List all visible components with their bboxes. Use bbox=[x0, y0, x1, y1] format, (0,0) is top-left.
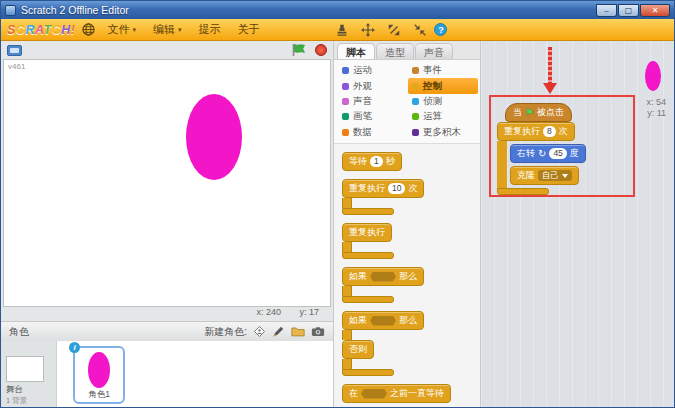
upload-folder-icon[interactable] bbox=[291, 326, 305, 337]
version-label: v461 bbox=[8, 62, 25, 71]
scripts-pane[interactable]: x: 54 y: 11 当 ⚑ 被点击 重复执行 8 次 右转 bbox=[481, 41, 674, 408]
category-数据[interactable]: 数据 bbox=[338, 125, 408, 140]
stop-button[interactable] bbox=[315, 44, 327, 56]
category-外观[interactable]: 外观 bbox=[338, 78, 408, 93]
palette-block[interactable]: 等待1秒 bbox=[342, 152, 480, 171]
block-label: 之前一直等待 bbox=[390, 387, 444, 400]
clone-target-dropdown[interactable]: 自己 bbox=[538, 170, 572, 181]
sprite-name-label: 角色1 bbox=[75, 389, 123, 401]
when-flag-clicked-block[interactable]: 当 ⚑ 被点击 bbox=[505, 103, 572, 122]
block-foot bbox=[342, 369, 394, 376]
category-运算[interactable]: 运算 bbox=[408, 109, 478, 124]
cursor-toolbar bbox=[335, 23, 427, 37]
block-label: 那么 bbox=[399, 314, 417, 327]
script-stack[interactable]: 当 ⚑ 被点击 重复执行 8 次 右转 ↻ 45 度 bbox=[497, 103, 586, 195]
tab-sounds[interactable]: 声音 bbox=[415, 43, 453, 59]
number-input[interactable]: 10 bbox=[388, 183, 405, 194]
titlebar: Scratch 2 Offline Editor – ▢ ✕ bbox=[1, 1, 674, 19]
category-color-swatch bbox=[342, 67, 349, 74]
palette-block[interactable]: 如果那么否则 bbox=[342, 311, 480, 376]
repeat-count-input[interactable]: 8 bbox=[543, 126, 556, 137]
green-flag-button[interactable] bbox=[291, 43, 307, 57]
repeat-block-foot bbox=[497, 188, 549, 195]
category-事件[interactable]: 事件 bbox=[408, 63, 478, 78]
category-侦测[interactable]: 侦测 bbox=[408, 94, 478, 109]
grow-icon[interactable] bbox=[387, 23, 401, 37]
shrink-icon[interactable] bbox=[413, 23, 427, 37]
sprite-x-readout: x: 54 bbox=[632, 97, 666, 107]
category-color-swatch bbox=[412, 98, 419, 105]
window-controls: – ▢ ✕ bbox=[596, 4, 670, 17]
menu-about[interactable]: 关于 bbox=[232, 21, 264, 38]
tab-scripts[interactable]: 脚本 bbox=[337, 43, 375, 59]
menubar: SCRATCH! 文件 ▾ 编辑 ▾ 提示 关于 bbox=[1, 19, 674, 41]
block-row: 重复执行 bbox=[342, 223, 392, 242]
menu-edit[interactable]: 编辑 ▾ bbox=[148, 21, 187, 38]
block-arm bbox=[342, 242, 352, 252]
palette-block[interactable]: 在之前一直等待 bbox=[342, 384, 480, 403]
presentation-mode-icon[interactable] bbox=[7, 45, 22, 56]
block-arm bbox=[342, 198, 352, 208]
block-palette: 等待1秒重复执行10次重复执行如果那么如果那么否则在之前一直等待重复执行直到 bbox=[334, 144, 480, 408]
repeat-block-header[interactable]: 重复执行 8 次 bbox=[497, 122, 575, 141]
turn-degrees-input[interactable]: 45 bbox=[549, 148, 566, 159]
category-声音[interactable]: 声音 bbox=[338, 94, 408, 109]
stage-thumbnail[interactable] bbox=[6, 356, 44, 382]
boolean-slot[interactable] bbox=[370, 316, 396, 326]
turn-right-block[interactable]: 右转 ↻ 45 度 bbox=[510, 144, 586, 163]
language-globe-icon[interactable] bbox=[82, 23, 95, 36]
tab-costumes[interactable]: 造型 bbox=[376, 43, 414, 59]
block-label: 重复执行 bbox=[504, 125, 540, 138]
category-控制[interactable]: 控制 bbox=[408, 78, 478, 93]
close-button[interactable]: ✕ bbox=[640, 4, 670, 17]
palette-block[interactable]: 如果那么 bbox=[342, 267, 480, 303]
block-label: 被点击 bbox=[537, 106, 564, 119]
boolean-slot[interactable] bbox=[361, 389, 387, 399]
annotation-arrow bbox=[543, 47, 557, 95]
scratch-logo: SCRATCH! bbox=[7, 23, 75, 37]
minimize-button[interactable]: – bbox=[596, 4, 617, 17]
block-row: 在之前一直等待 bbox=[342, 384, 451, 403]
app-icon bbox=[5, 5, 16, 16]
block-row: 如果那么 bbox=[342, 311, 424, 330]
menu-edit-label: 编辑 bbox=[153, 22, 175, 37]
backdrop-count-label: 1 背景 bbox=[6, 396, 51, 406]
menu-tips[interactable]: 提示 bbox=[193, 21, 225, 38]
clone-block[interactable]: 克隆 自己 bbox=[510, 166, 579, 185]
duplicate-stamp-icon[interactable] bbox=[335, 23, 349, 37]
maximize-button[interactable]: ▢ bbox=[618, 4, 639, 17]
category-label: 声音 bbox=[353, 95, 372, 108]
block-label: 如果 bbox=[349, 314, 367, 327]
menu-file[interactable]: 文件 ▾ bbox=[102, 21, 141, 38]
caret-down-icon: ▾ bbox=[132, 26, 136, 33]
sprite-mini-thumbnail bbox=[645, 61, 661, 91]
category-更多积木[interactable]: 更多积木 bbox=[408, 125, 478, 140]
category-label: 控制 bbox=[423, 80, 442, 93]
number-input[interactable]: 1 bbox=[370, 156, 383, 167]
palette-block[interactable]: 重复执行 bbox=[342, 223, 480, 259]
block-foot bbox=[342, 208, 394, 215]
category-label: 运算 bbox=[423, 110, 442, 123]
camera-icon[interactable] bbox=[311, 326, 325, 337]
sprite-library-icon[interactable] bbox=[253, 325, 266, 338]
sprite-list-body: 舞台 1 背景 i 角色1 bbox=[1, 341, 333, 408]
palette-panel: 脚本 造型 声音 运动外观声音画笔数据事件控制侦测运算更多积木 等待1秒重复执行… bbox=[334, 41, 481, 408]
boolean-slot[interactable] bbox=[370, 272, 396, 282]
sprite-info-icon[interactable]: i bbox=[69, 342, 80, 353]
caret-down-icon: ▾ bbox=[178, 26, 182, 33]
category-运动[interactable]: 运动 bbox=[338, 63, 408, 78]
palette-block[interactable]: 重复执行10次 bbox=[342, 179, 480, 215]
green-flag-icon: ⚑ bbox=[525, 108, 534, 118]
category-画笔[interactable]: 画笔 bbox=[338, 109, 408, 124]
stage-canvas[interactable]: v461 bbox=[3, 59, 331, 307]
block-label: 那么 bbox=[399, 270, 417, 283]
paint-brush-icon[interactable] bbox=[272, 325, 285, 338]
help-icon[interactable]: ? bbox=[434, 23, 447, 36]
stage-sprite-ellipse[interactable] bbox=[186, 94, 242, 180]
stage-thumbnail-column[interactable]: 舞台 1 背景 bbox=[1, 341, 57, 408]
block-arm bbox=[342, 286, 352, 296]
move-arrows-icon[interactable] bbox=[361, 23, 375, 37]
stage-header bbox=[1, 41, 333, 59]
sprite-card-selected[interactable]: i 角色1 bbox=[73, 346, 125, 404]
block-label: 重复执行 bbox=[349, 182, 385, 195]
